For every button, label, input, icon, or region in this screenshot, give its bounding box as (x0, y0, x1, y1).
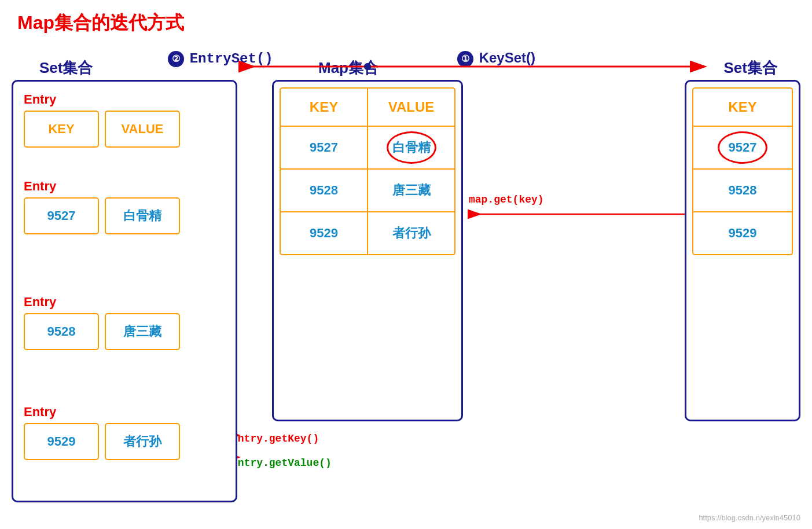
entry-block-3: Entry 9528 唐三藏 (24, 295, 180, 350)
entry-label-2: Entry (24, 179, 180, 194)
getkey-label: entry.getKey() (232, 433, 319, 444)
right-key-9528: 9528 (693, 170, 792, 211)
mapget-label: map.get(key) (469, 194, 544, 205)
keyset-badge: ① (457, 51, 473, 67)
right-row-3: 9529 (693, 212, 792, 254)
map-value-tangsanzang: 唐三藏 (368, 170, 454, 211)
entry-key-9527: 9527 (24, 197, 99, 234)
right-row-2: 9528 (693, 170, 792, 212)
entry-block-4: Entry 9529 者行孙 (24, 405, 180, 460)
entry-block-1: Entry KEY VALUE (24, 92, 180, 148)
entry-row-2: 9527 白骨精 (24, 197, 180, 234)
map-row-1: 9527 白骨精 (281, 127, 454, 170)
map-header-key: KEY (281, 89, 368, 126)
entryset-label: ② EntrySet() (168, 50, 273, 67)
keyset-label: ① KeySet() (457, 50, 535, 67)
right-table: KEY 9527 9528 9529 (692, 87, 793, 255)
main-container: Map集合的迭代方式 ② EntrySet() Set集合 Map集合 ① Ke… (0, 0, 812, 529)
entry-key-header: KEY (24, 111, 99, 148)
entryset-method: EntrySet() (190, 51, 273, 67)
right-key-9529: 9529 (693, 212, 792, 254)
entry-value-tangsanzang: 唐三藏 (105, 313, 180, 350)
right-row-1: 9527 (693, 127, 792, 170)
entry-value-zhexingsun: 者行孙 (105, 423, 180, 460)
watermark: https://blog.csdn.n/yexin45010 (699, 513, 800, 522)
page-title: Map集合的迭代方式 (17, 10, 184, 36)
mid-map-box: KEY VALUE 9527 白骨精 9528 唐三藏 9529 者行孙 (272, 80, 463, 421)
right-set-label: Set集合 (724, 58, 777, 78)
map-value-baiguojing: 白骨精 (368, 127, 454, 168)
map-header-value: VALUE (368, 89, 454, 126)
left-set-label: Set集合 (39, 58, 93, 78)
entry-row-3: 9528 唐三藏 (24, 313, 180, 350)
entry-label-4: Entry (24, 405, 180, 420)
right-header-row: KEY (693, 89, 792, 127)
map-value-zhexingsun: 者行孙 (368, 212, 454, 254)
map-header-row: KEY VALUE (281, 89, 454, 127)
entry-value-header: VALUE (105, 111, 180, 148)
right-set-box: KEY 9527 9528 9529 (685, 80, 800, 421)
entry-block-2: Entry 9527 白骨精 (24, 179, 180, 234)
map-key-9527: 9527 (281, 127, 368, 168)
left-set-box: Entry KEY VALUE Entry 9527 白骨精 Entry 952… (12, 80, 237, 502)
entry-label-1: Entry (24, 92, 180, 107)
right-header-key: KEY (693, 89, 792, 126)
entry-key-9528: 9528 (24, 313, 99, 350)
entryset-badge: ② (168, 51, 184, 67)
map-row-3: 9529 者行孙 (281, 212, 454, 254)
entry-label-3: Entry (24, 295, 180, 310)
map-key-9529: 9529 (281, 212, 368, 254)
map-table: KEY VALUE 9527 白骨精 9528 唐三藏 9529 者行孙 (280, 87, 455, 255)
entry-row-1: KEY VALUE (24, 111, 180, 148)
getvalue-label: entry.getValue() (232, 457, 332, 469)
entry-row-4: 9529 者行孙 (24, 423, 180, 460)
map-key-9528: 9528 (281, 170, 368, 211)
map-row-2: 9528 唐三藏 (281, 170, 454, 212)
keyset-method: KeySet() (479, 50, 535, 65)
right-key-9527: 9527 (693, 127, 792, 168)
entry-key-9529: 9529 (24, 423, 99, 460)
mid-map-label: Map集合 (318, 58, 379, 78)
entry-value-baiguojing: 白骨精 (105, 197, 180, 234)
